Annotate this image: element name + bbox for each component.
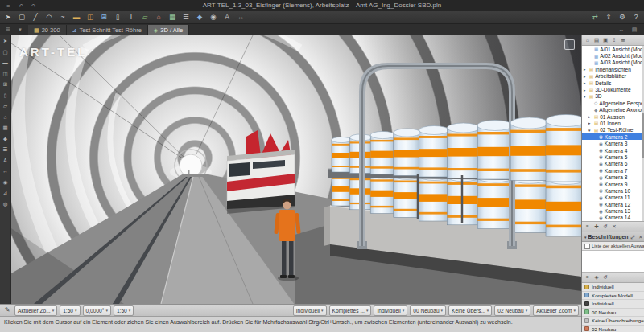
wall-icon[interactable]: ▬: [2, 59, 10, 67]
3d-scene[interactable]: [11, 35, 581, 304]
quickbar-dropdown[interactable]: Individuell▾: [374, 305, 407, 316]
tree-item[interactable]: ▦ A/02 Ansicht (Modell automatisch wiede…: [582, 52, 644, 59]
dimension-tool-icon[interactable]: ↔: [236, 13, 246, 23]
quick-option-row[interactable]: 00 Neubau: [582, 309, 644, 318]
quickbar-dropdown[interactable]: 1:50▾: [60, 305, 80, 316]
column-icon[interactable]: ▯: [2, 92, 10, 100]
expander-open-icon[interactable]: ▾: [588, 128, 592, 133]
viewport-3d[interactable]: ART-TEL: [11, 35, 581, 304]
collapse-icon[interactable]: ▾: [584, 235, 587, 240]
mesh-icon[interactable]: ▦: [2, 125, 10, 132]
tree-item[interactable]: ▸▤ Arbeitsblätter: [582, 73, 644, 80]
roof-icon[interactable]: ⌂: [2, 114, 10, 121]
layout-book-icon[interactable]: ▣: [602, 37, 609, 43]
publish-icon[interactable]: ⇪: [604, 13, 613, 23]
edit-pen-icon[interactable]: ✎: [2, 305, 12, 315]
teamwork-icon[interactable]: ⇄: [590, 13, 600, 23]
tree-item[interactable]: ▸▤ Details: [582, 80, 644, 86]
tree-item[interactable]: ◉ Kamera 7: [582, 167, 644, 174]
quickbar-dropdown[interactable]: Aktueller Zoom▾: [533, 305, 579, 316]
text-tool-icon[interactable]: A: [222, 13, 232, 23]
expander-closed-icon[interactable]: ▸: [584, 88, 588, 92]
arc-tool-icon[interactable]: ◠: [44, 13, 54, 23]
tab-20-300[interactable]: ▦ 20 300: [28, 25, 67, 35]
tree-item[interactable]: ◉ Kamera 9: [582, 181, 644, 187]
close-panel-icon[interactable]: ✕: [638, 234, 643, 240]
tree-item[interactable]: ▸▤ 3D-Dokumente: [582, 86, 644, 92]
tree-item[interactable]: ◇ Allgemeine Perspektive: [582, 100, 644, 106]
redo-icon[interactable]: ↷: [29, 1, 39, 10]
quickbar-dropdown[interactable]: 1:50▾: [114, 305, 134, 316]
quickbar-dropdown[interactable]: 02 Neubau▾: [494, 305, 530, 316]
dimension-icon[interactable]: ↔: [2, 168, 10, 175]
tree-item[interactable]: ◉ Kamera 13: [582, 207, 644, 214]
tree-item[interactable]: ◉ Kamera 6: [582, 161, 644, 167]
tree-item[interactable]: ◉ Kamera 14: [582, 215, 644, 221]
tree-item[interactable]: ◉ Kamera 2: [582, 133, 644, 140]
window-icon[interactable]: ⊞: [2, 81, 10, 88]
door-tool-icon[interactable]: ◫: [85, 13, 95, 23]
camera-tool-icon[interactable]: ◉: [208, 13, 218, 23]
stair-icon[interactable]: ☰: [2, 146, 10, 154]
tree-item[interactable]: ◉ Kamera 4: [582, 147, 644, 154]
select-tool-icon[interactable]: ➤: [3, 13, 13, 23]
quickbar-dropdown[interactable]: Individuell▾: [293, 305, 327, 316]
settings-icon[interactable]: ⚙: [617, 13, 627, 23]
quickbar-dropdown[interactable]: Komplettes ...▾: [329, 305, 372, 316]
tree-item[interactable]: ◉ Kamera 3: [582, 140, 644, 146]
polyline-tool-icon[interactable]: ~: [58, 13, 68, 23]
tab-list-icon[interactable]: ≣: [3, 24, 13, 34]
properties-icon[interactable]: ≡: [584, 223, 591, 230]
slab-tool-icon[interactable]: ▱: [140, 13, 150, 23]
tree-item[interactable]: ◉ Kamera 8: [582, 174, 644, 180]
line-tool-icon[interactable]: ╱: [31, 13, 40, 23]
quickbar-dropdown[interactable]: Aktueller Zo...▾: [14, 305, 57, 316]
wall-tool-icon[interactable]: ▬: [72, 13, 81, 23]
expander-closed-icon[interactable]: ▸: [588, 121, 592, 125]
tree-item[interactable]: ▦ A/03 Ansicht (Modell automatisch wiede…: [582, 59, 644, 66]
new-folder-icon[interactable]: ✚: [593, 223, 600, 230]
tree-item[interactable]: ◉ Kamera 11: [582, 195, 644, 201]
beschriftungen-filter[interactable]: Liste der aktuellen Auswahl ▾: [582, 242, 644, 251]
filter-checkbox[interactable]: [584, 244, 590, 249]
quick-option-row[interactable]: Individuell: [582, 300, 644, 309]
tree-item[interactable]: ◉ Kamera 12: [582, 201, 644, 207]
window-tool-icon[interactable]: ⊞: [99, 13, 109, 23]
tab-test-schnitt-test-r-hre[interactable]: ⊿ Test Schnitt Test-Röhre: [67, 25, 148, 35]
expander-closed-icon[interactable]: ▸: [584, 67, 588, 72]
expander-open-icon[interactable]: ▾: [584, 94, 588, 99]
quick-option-row[interactable]: Keine Überschreibungen: [582, 317, 644, 326]
stair-tool-icon[interactable]: ☰: [181, 13, 191, 23]
tab-overview-icon[interactable]: ▤: [630, 24, 639, 34]
view-map-icon[interactable]: ▤: [593, 37, 600, 43]
quickbar-dropdown[interactable]: 00 Neubau▾: [410, 305, 446, 316]
beschriftungen-list[interactable]: [582, 251, 644, 273]
tree-item[interactable]: ▾▤ 02 Test-Röhre: [582, 127, 644, 133]
qo-settings-icon[interactable]: ≡: [584, 274, 591, 281]
marquee-tool-icon[interactable]: ▢: [17, 13, 27, 23]
object-tool-icon[interactable]: ◆: [195, 13, 204, 23]
quick-option-row[interactable]: Individuell: [582, 283, 644, 292]
navigation-preview-icon[interactable]: [564, 39, 575, 50]
expander-closed-icon[interactable]: ▸: [584, 74, 588, 79]
tree-item[interactable]: ▸▤ 01 Aussen: [582, 113, 644, 120]
tab-3d-alle[interactable]: ◈ 3D / Alle: [148, 25, 189, 35]
qo-pin-icon[interactable]: ◈: [593, 274, 600, 281]
quickbar-dropdown[interactable]: Keine Übers...▾: [448, 305, 492, 316]
roof-tool-icon[interactable]: ⌂: [154, 13, 163, 23]
tree-item[interactable]: ◉ Kamera 10: [582, 187, 644, 194]
help-icon[interactable]: ?: [631, 13, 641, 23]
object-icon[interactable]: ◆: [2, 136, 10, 143]
tree-item[interactable]: ▦ A/01 Ansicht (Modell automatisch wiede…: [582, 46, 644, 52]
menu-icon[interactable]: ≡: [3, 1, 13, 10]
door-icon[interactable]: ◫: [2, 71, 10, 78]
undo-icon[interactable]: ↶: [16, 1, 26, 10]
quickbar-dropdown[interactable]: 0,0000°▾: [83, 305, 111, 316]
delete-icon[interactable]: ✕: [611, 223, 617, 230]
tab-scroll-icon[interactable]: ↔: [617, 24, 626, 34]
tab-dropdown-icon[interactable]: ▾: [15, 24, 25, 34]
text-icon[interactable]: A: [2, 158, 10, 165]
marquee-icon[interactable]: ▢: [2, 49, 10, 56]
beam-tool-icon[interactable]: I: [126, 13, 136, 23]
section-icon[interactable]: ⊿: [2, 190, 10, 197]
